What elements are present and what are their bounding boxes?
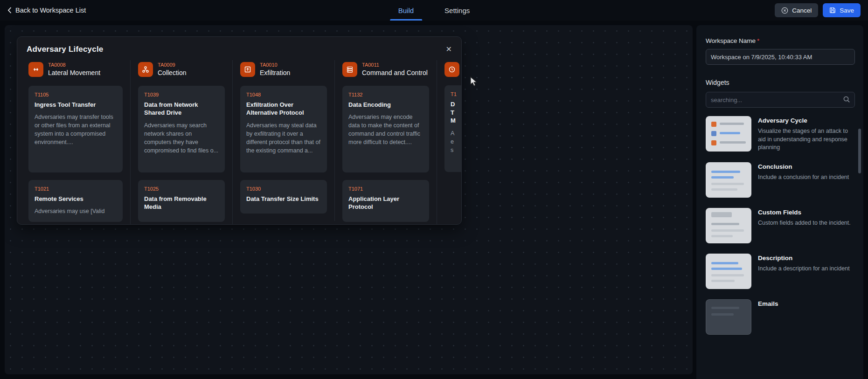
technique-card[interactable]: T1 D T M A e s xyxy=(444,85,462,172)
technique-description: Adversaries may steal data by exfiltrati… xyxy=(246,121,321,155)
widgets-scrollbar[interactable] xyxy=(858,129,861,173)
tactic-header: TA0008 Lateral Movement xyxy=(28,62,123,77)
right-sidebar: Workspace Name* Widgets Adv xyxy=(696,25,863,379)
widget-description: Custom fields added to the incident. xyxy=(758,219,851,227)
technique-id: T1021 xyxy=(35,186,117,192)
technique-id: T1105 xyxy=(35,92,117,97)
clock-icon xyxy=(444,62,459,77)
widget-title: Custom Fields xyxy=(758,209,851,216)
tactic-columns: TA0008 Lateral Movement T1105 Ingress To… xyxy=(17,60,461,225)
tactic-name: Command and Control xyxy=(362,69,428,77)
widget-title: Adversary Cycle xyxy=(758,117,855,124)
technique-name: Data Transfer Size Limits xyxy=(246,195,321,203)
back-link[interactable]: Back to Workspace List xyxy=(7,7,86,14)
technique-id: T1039 xyxy=(144,92,219,97)
description-thumbnail xyxy=(706,254,751,289)
tactic-column-partial: T1 D T M A e s xyxy=(437,60,462,219)
lateral-movement-icon xyxy=(28,62,43,77)
technique-id: T1132 xyxy=(348,92,423,97)
adversary-cycle-thumbnail xyxy=(706,116,751,152)
technique-id: T1025 xyxy=(144,186,219,192)
technique-name: Data from Network Shared Drive xyxy=(144,101,219,117)
chevron-left-icon xyxy=(7,7,12,14)
main-area: Adversary Lifecycle ✕ TA0008 Lateral Mov… xyxy=(0,21,868,379)
tactic-header: TA0009 Collection xyxy=(138,62,225,77)
technique-id: T1048 xyxy=(246,92,321,97)
panel-header: Adversary Lifecycle ✕ xyxy=(17,37,461,60)
technique-name: Exfiltration Over Alternative Protocol xyxy=(246,101,321,117)
widget-item-conclusion[interactable]: Conclusion Include a conclusion for an i… xyxy=(706,162,855,198)
header-actions: Cancel Save xyxy=(775,3,861,17)
technique-id: T1030 xyxy=(246,186,321,192)
technique-description: Adversaries may transfer tools or other … xyxy=(35,113,117,147)
exfiltration-icon xyxy=(240,62,255,77)
technique-card[interactable]: T1021 Remote Services Adversaries may us… xyxy=(28,180,123,222)
technique-card[interactable]: T1025 Data from Removable Media xyxy=(138,180,225,222)
tab-settings[interactable]: Settings xyxy=(443,0,472,21)
technique-card[interactable]: T1030 Data Transfer Size Limits xyxy=(240,180,327,214)
tactic-column-collection: TA0009 Collection T1039 Data from Networ… xyxy=(131,60,233,225)
technique-card[interactable]: T1132 Data Encoding Adversaries may enco… xyxy=(342,86,429,172)
workspace-canvas[interactable]: Adversary Lifecycle ✕ TA0008 Lateral Mov… xyxy=(5,25,693,374)
widget-description: Include a conclusion for an incident xyxy=(758,173,849,182)
tactic-id: TA0009 xyxy=(158,62,186,68)
widget-description: Include a description for an incident xyxy=(758,265,850,273)
widget-title: Description xyxy=(758,255,850,262)
tactic-id: TA0008 xyxy=(48,62,100,68)
tactic-name: Lateral Movement xyxy=(48,69,100,77)
widget-search-input[interactable] xyxy=(706,92,855,108)
technique-name: Remote Services xyxy=(35,195,117,203)
technique-name: Data Encoding xyxy=(348,101,423,109)
widget-item-description[interactable]: Description Include a description for an… xyxy=(706,254,855,289)
tactic-name: Exfiltration xyxy=(260,69,290,77)
workspace-name-label: Workspace Name* xyxy=(706,37,855,44)
technique-id: T1071 xyxy=(348,186,423,192)
tactic-header xyxy=(444,62,462,77)
tab-bar: Build Settings xyxy=(396,0,472,21)
command-control-icon xyxy=(342,62,357,77)
technique-description: Adversaries may use [Valid xyxy=(35,207,117,215)
technique-name: D T M xyxy=(451,100,462,125)
save-floppy-icon xyxy=(829,7,836,14)
panel-title: Adversary Lifecycle xyxy=(27,45,103,54)
widget-title: Conclusion xyxy=(758,163,849,170)
conclusion-thumbnail xyxy=(706,162,751,198)
emails-thumbnail xyxy=(706,299,751,335)
cancel-button[interactable]: Cancel xyxy=(775,3,818,17)
tab-build[interactable]: Build xyxy=(396,0,416,21)
technique-name: Application Layer Protocol xyxy=(348,195,423,211)
technique-card[interactable]: T1048 Exfiltration Over Alternative Prot… xyxy=(240,86,327,172)
technique-card[interactable]: T1039 Data from Network Shared Drive Adv… xyxy=(138,86,225,172)
technique-description: Adversaries may encode data to make the … xyxy=(348,113,423,147)
tactic-header: TA0011 Command and Control xyxy=(342,62,429,77)
widget-item-emails[interactable]: Emails xyxy=(706,299,855,335)
workspace-name-input[interactable] xyxy=(706,49,855,65)
widget-item-custom-fields[interactable]: Custom Fields Custom fields added to the… xyxy=(706,208,855,243)
technique-description: A e s xyxy=(451,129,462,154)
technique-card[interactable]: T1105 Ingress Tool Transfer Adversaries … xyxy=(28,86,123,172)
widget-search xyxy=(706,92,855,108)
mouse-cursor xyxy=(470,76,479,87)
top-bar: Back to Workspace List Build Settings Ca… xyxy=(0,0,868,21)
widget-description: Visualize the stages of an attack to aid… xyxy=(758,127,855,152)
close-icon[interactable]: ✕ xyxy=(446,46,452,53)
technique-name: Ingress Tool Transfer xyxy=(35,101,117,109)
tactic-column-exfiltration: TA0010 Exfiltration T1048 Exfiltration O… xyxy=(233,60,335,221)
tactic-column-command-and-control: TA0011 Command and Control T1132 Data En… xyxy=(335,60,437,225)
technique-card[interactable]: T1071 Application Layer Protocol xyxy=(342,180,429,222)
tactic-header: TA0010 Exfiltration xyxy=(240,62,327,77)
save-button[interactable]: Save xyxy=(823,3,861,17)
required-asterisk: * xyxy=(757,37,759,44)
cancel-button-label: Cancel xyxy=(792,7,812,14)
technique-id: T1 xyxy=(451,91,462,97)
widgets-heading: Widgets xyxy=(706,79,855,86)
save-button-label: Save xyxy=(840,7,854,14)
tactic-id: TA0010 xyxy=(260,62,290,68)
tactic-id: TA0011 xyxy=(362,62,428,68)
cancel-circle-x-icon xyxy=(781,7,788,14)
adversary-lifecycle-panel: Adversary Lifecycle ✕ TA0008 Lateral Mov… xyxy=(17,36,462,225)
widget-list: Adversary Cycle Visualize the stages of … xyxy=(706,116,855,335)
tactic-column-lateral-movement: TA0008 Lateral Movement T1105 Ingress To… xyxy=(28,60,131,225)
widget-item-adversary-cycle[interactable]: Adversary Cycle Visualize the stages of … xyxy=(706,116,855,152)
technique-name: Data from Removable Media xyxy=(144,195,219,211)
